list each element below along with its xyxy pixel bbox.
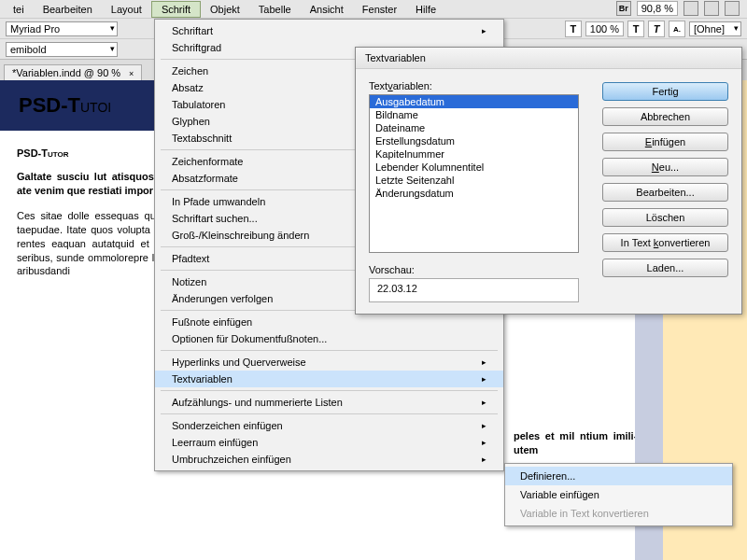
menu-item[interactable]: Textvariablen [155, 371, 503, 387]
outline-icon[interactable]: T [648, 21, 665, 37]
textvariablen-submenu: Definieren...Variable einfügenVariable i… [504, 463, 733, 526]
menu-item[interactable]: Sonderzeichen einfügen [155, 417, 503, 434]
load-button[interactable]: Laden... [602, 259, 728, 277]
list-row[interactable]: Letzte Seitenzahl [370, 174, 578, 187]
type-zoom[interactable]: 100 % [585, 21, 624, 36]
submenu-item[interactable]: Definieren... [505, 467, 732, 485]
dialog-title: Textvariablen [356, 48, 741, 69]
list-row[interactable]: Änderungsdatum [370, 187, 578, 200]
char-style-select[interactable]: [Ohne] [689, 21, 741, 36]
tab-label: *Variablen.indd @ 90 % [12, 67, 120, 78]
menu-item[interactable]: Optionen für Dokumentfußnoten... [155, 330, 503, 347]
menu-bearbeiten[interactable]: Bearbeiten [34, 2, 102, 17]
edit-button[interactable]: Bearbeiten... [602, 183, 728, 202]
small-a-icon[interactable]: A. [669, 21, 685, 37]
br-icon[interactable]: Br [616, 1, 631, 16]
menu-layout[interactable]: Layout [102, 2, 151, 17]
menu-hilfe[interactable]: Hilfe [406, 2, 445, 17]
textvariablen-dialog: Textvariablen Textvariablen: Ausgabedatu… [355, 47, 742, 315]
insert-button[interactable]: Einfügen [602, 133, 728, 151]
list-row[interactable]: Kapitelnummer [370, 147, 578, 161]
list-row[interactable]: Lebender Kolumnentitel [370, 161, 578, 174]
document-tab[interactable]: *Variablen.indd @ 90 % × [4, 64, 142, 80]
menu-item[interactable]: Leerraum einfügen [155, 434, 503, 451]
screen-icon[interactable] [704, 1, 719, 16]
close-icon[interactable]: × [129, 69, 134, 78]
font-family-select[interactable]: Myriad Pro [6, 21, 118, 36]
menu-tei[interactable]: tei [4, 2, 34, 17]
font-weight-select[interactable]: emibold [6, 42, 118, 57]
dialog-buttons: Fertig Abbrechen Einfügen Neu... Bearbei… [602, 80, 728, 302]
list-row[interactable]: Bildname [370, 108, 578, 121]
top-right-controls: Br 90,8 % [616, 1, 740, 16]
menu-item[interactable]: Umbruchzeichen einfügen [155, 451, 503, 468]
menu-schrift[interactable]: Schrift [151, 1, 201, 18]
preview-box: 22.03.12 [369, 278, 579, 302]
menu-item[interactable]: Fußnote einfügen [155, 314, 503, 330]
menu-item[interactable]: Aufzählungs- und nummerierte Listen [155, 394, 503, 411]
menu-ansicht[interactable]: Ansicht [301, 2, 353, 17]
banner-text-a: PSD-T [19, 93, 80, 117]
list-row[interactable]: Erstellungsdatum [370, 134, 578, 147]
done-button[interactable]: Fertig [602, 82, 728, 101]
menu-objekt[interactable]: Objekt [201, 2, 249, 17]
menu-item[interactable]: Schriftart [155, 22, 503, 39]
zoom-field[interactable]: 90,8 % [637, 1, 678, 16]
new-button[interactable]: Neu... [602, 158, 728, 176]
list-row[interactable]: Ausgabedatum [370, 95, 578, 108]
type-tool-icon[interactable]: T [565, 21, 582, 37]
submenu-item: Variable in Text konvertieren [505, 504, 732, 523]
type-toolbar: T 100 % T T A. [Ohne] [565, 21, 741, 37]
cancel-button[interactable]: Abbrechen [602, 107, 728, 126]
bold-icon[interactable]: T [627, 21, 644, 37]
banner-text-b: UTOI [80, 100, 111, 115]
arrange-icon[interactable] [725, 1, 740, 16]
list-label: Textvariablen: [369, 80, 432, 91]
menu-item[interactable]: Hyperlinks und Querverweise [155, 354, 503, 371]
preview-label: Vorschau: [369, 264, 415, 275]
convert-button[interactable]: In Text konvertieren [602, 233, 728, 252]
list-row[interactable]: Dateiname [370, 121, 578, 134]
submenu-item[interactable]: Variable einfügen [505, 485, 732, 504]
view-icon[interactable] [684, 1, 698, 16]
variables-listbox[interactable]: AusgabedatumBildnameDateinameErstellungs… [369, 94, 579, 253]
menu-fenster[interactable]: Fenster [353, 2, 406, 17]
delete-button[interactable]: Löschen [602, 208, 728, 227]
menu-tabelle[interactable]: Tabelle [249, 2, 301, 17]
